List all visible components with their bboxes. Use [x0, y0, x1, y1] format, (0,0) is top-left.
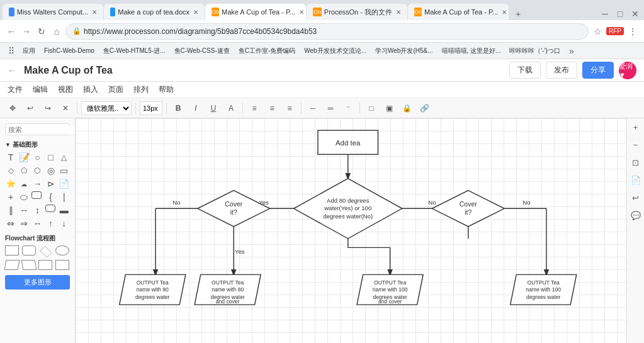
bookmark-4[interactable]: 鱼C-Web-CSS-速查 [171, 45, 234, 57]
tool-underline[interactable]: U [206, 101, 221, 116]
bookmark-3[interactable]: 鱼C-Web-HTML5-进... [99, 45, 169, 57]
shape-rect-r[interactable] [45, 205, 55, 212]
shape-line-v[interactable]: | [59, 191, 70, 203]
fc-trap[interactable] [38, 260, 52, 270]
menu-view[interactable]: 视图 [58, 84, 73, 95]
fc-rect[interactable] [5, 245, 19, 256]
bookmark-1[interactable]: 应用 [19, 45, 39, 57]
tool-stroke[interactable]: ▣ [381, 101, 397, 116]
right-fit[interactable]: ⊡ [630, 156, 642, 169]
tab-2[interactable]: Make a cup of tea.docx ✕ [104, 4, 205, 20]
menu-arrange[interactable]: 排列 [133, 84, 149, 95]
right-zoom-out[interactable]: − [630, 138, 642, 151]
tool-line-2[interactable]: ═ [323, 101, 338, 116]
shape-line-v2[interactable]: ‖ [5, 205, 16, 216]
user-avatar[interactable]: 爱润▼ [619, 62, 636, 79]
bookmark-8[interactable]: 嘻嘻嘻嘻, 这里是好... [438, 45, 505, 57]
shape-sticky[interactable]: 📝 [18, 152, 30, 163]
address-bar[interactable]: 🔒 https://www.processon.com/diagraming/5… [65, 23, 589, 40]
tool-lock[interactable]: 🔒 [399, 101, 414, 116]
tab-close-2[interactable]: ✕ [193, 9, 198, 16]
bookmark-9[interactable]: 咔咔咔咔（'-')つ口 [506, 45, 563, 57]
shape-cross[interactable]: + [5, 191, 16, 203]
tool-align-right[interactable]: ≡ [282, 101, 297, 116]
publish-btn[interactable]: 发布 [546, 62, 577, 79]
shape-rounded[interactable] [31, 191, 42, 199]
tool-bold[interactable]: B [171, 101, 186, 116]
right-undo[interactable]: ↩ [630, 191, 642, 204]
bookmark-5[interactable]: 鱼C工作室-免费编码 [235, 45, 300, 57]
tool-move[interactable]: ✥ [5, 101, 20, 116]
apps-icon[interactable]: ⠿ [5, 45, 18, 57]
bookmark-7[interactable]: 学习Web开发(H5&... [371, 45, 437, 57]
font-select[interactable]: 微软雅黑... [81, 101, 132, 115]
bookmark-6[interactable]: Web开发技术交流论... [300, 45, 370, 57]
tab-3[interactable]: On Make A Cup of Tea - P... ✕ [205, 4, 306, 20]
menu-help[interactable]: 帮助 [159, 84, 174, 95]
more-bookmarks[interactable]: » [565, 45, 578, 57]
reload-btn[interactable]: ↻ [35, 25, 48, 38]
shape-dbl-arrow[interactable]: ⇔ [5, 218, 16, 229]
search-input[interactable] [8, 126, 76, 133]
shape-triangle[interactable]: △ [59, 152, 70, 163]
share-btn[interactable]: 分享 [582, 62, 614, 79]
shape-lr-arrow[interactable]: ↔ [31, 218, 43, 229]
shape-circle2[interactable]: ◎ [45, 165, 57, 176]
minimize-btn[interactable]: ─ [599, 8, 611, 20]
shape-circle[interactable]: ○ [31, 152, 43, 163]
right-page[interactable]: 📄 [630, 174, 642, 186]
extensions-btn[interactable]: ⋮ [626, 25, 639, 38]
restore-btn[interactable]: □ [614, 8, 626, 20]
forward-btn[interactable]: → [20, 25, 33, 38]
shape-arrow-v[interactable]: ↕ [31, 205, 43, 216]
bookmark-star[interactable]: ☆ [591, 25, 604, 38]
tool-undo[interactable]: ↩ [23, 101, 38, 116]
back-btn[interactable]: ← [5, 25, 18, 38]
close-btn[interactable]: ✕ [629, 8, 641, 20]
shape-arrow[interactable]: → [31, 178, 43, 189]
shape-diamond[interactable]: ◇ [5, 165, 16, 176]
menu-edit[interactable]: 编辑 [33, 84, 48, 95]
more-shapes-btn[interactable]: 更多图形 [5, 275, 70, 290]
shape-doc[interactable]: 📄 [59, 178, 70, 189]
menu-insert[interactable]: 插入 [83, 84, 98, 95]
tab-close-1[interactable]: ✕ [92, 9, 97, 16]
fc-oval[interactable] [55, 245, 69, 256]
shape-pentagon[interactable]: ⬠ [18, 165, 30, 176]
fc-hex[interactable] [55, 260, 69, 270]
tab-4[interactable]: On ProcessOn - 我的文件 ✕ [307, 4, 407, 20]
shape-arrow-h[interactable]: ↔ [18, 205, 30, 216]
menu-file[interactable]: 文件 [8, 84, 23, 95]
shape-down-arrow[interactable]: ↓ [59, 218, 70, 229]
shape-right-arrow[interactable]: ⇒ [18, 218, 30, 229]
tab-close-3[interactable]: ✕ [299, 9, 304, 16]
right-chat[interactable]: 💬 [630, 209, 642, 222]
tool-line-1[interactable]: ─ [305, 101, 320, 116]
font-size-input[interactable] [140, 101, 162, 115]
tab-close-4[interactable]: ✕ [396, 9, 401, 16]
tool-align-center[interactable]: ≡ [264, 101, 280, 116]
tool-align-left[interactable]: ≡ [247, 101, 262, 116]
shape-hexagon[interactable]: ⬡ [31, 165, 43, 176]
tab-close-5[interactable]: ✕ [502, 9, 507, 16]
bookmark-2[interactable]: FishC-Web-Demo [40, 46, 98, 55]
search-box[interactable]: 🔍 [5, 123, 70, 135]
tool-fill[interactable]: □ [364, 101, 379, 116]
tool-delete[interactable]: ✕ [58, 101, 73, 116]
tab-1[interactable]: Miss Walters Comput... ✕ [3, 4, 103, 20]
fc-diamond[interactable] [40, 246, 52, 258]
tool-link[interactable]: 🔗 [417, 101, 432, 116]
shape-ellipse[interactable]: ⬭ [18, 191, 30, 203]
menu-page[interactable]: 页面 [108, 84, 123, 95]
tool-redo[interactable]: ↪ [40, 101, 55, 116]
shape-text[interactable]: T [5, 152, 16, 163]
shape-rect2[interactable]: ▭ [59, 165, 70, 176]
tool-italic[interactable]: I [188, 101, 203, 116]
fc-rounded[interactable] [22, 245, 36, 256]
shape-rect[interactable]: □ [45, 152, 57, 163]
new-tab-btn[interactable]: + [512, 8, 524, 20]
right-zoom-in[interactable]: + [630, 121, 642, 133]
canvas-area[interactable]: Add tea Add 80 degrees water(Yes) or 100… [76, 118, 626, 343]
shape-bracket-l[interactable]: { [45, 191, 57, 203]
tool-line-3[interactable]: ⁻ [341, 101, 356, 116]
